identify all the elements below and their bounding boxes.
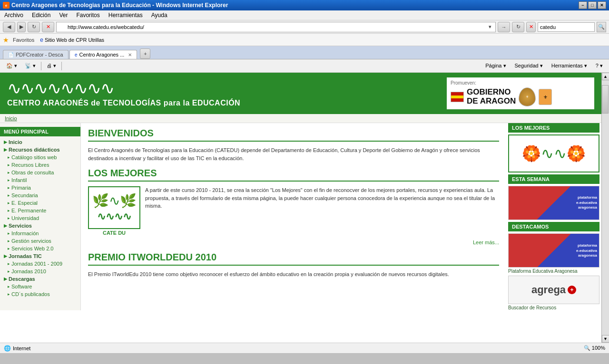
fav-link-cpr[interactable]: e Sitio Web de CPR Utrillas	[40, 37, 104, 43]
menu-herramientas[interactable]: Herramientas	[107, 11, 144, 19]
help-button[interactable]: ? ▾	[592, 61, 606, 70]
nav-recursos-libres[interactable]: ▸ Recursos Libres	[0, 161, 80, 169]
nav-descargas[interactable]: ▶ Descargas	[0, 275, 80, 283]
new-tab-button[interactable]: +	[140, 48, 150, 59]
print-button[interactable]: 🖨 ▾	[43, 61, 59, 70]
nav-e-especial[interactable]: ▸ E. Especial	[0, 199, 80, 207]
nav-gestion[interactable]: ▸ Gestión servicios	[0, 237, 80, 245]
addr-dropdown[interactable]: ▾	[486, 22, 494, 32]
refresh-button[interactable]: ↻	[28, 22, 40, 32]
los-mejores-title: LOS MEJORES	[88, 168, 499, 182]
los-mejores-text: A partir de este curso 2010 - 2011, se c…	[145, 186, 499, 232]
menu-ver[interactable]: Ver	[58, 11, 69, 19]
nav-informacion[interactable]: ▸ Información	[0, 230, 80, 237]
catedu-logo-image: 🌿∿🌿 ∿∿∿∿	[88, 186, 140, 229]
nav-secundaria[interactable]: ▸ Secundaria	[0, 192, 80, 199]
tab-pdfcreator[interactable]: 📄 PDFCreator - Descar...	[3, 50, 69, 59]
favorites-star-icon: ★	[3, 36, 9, 44]
stop-btn2[interactable]: ✕	[526, 22, 536, 32]
seal-icon: ⚜	[519, 87, 536, 106]
window-title: Centro Aragones de Tecnologias para la E…	[11, 2, 228, 9]
nav-jornadas[interactable]: ▶ Jornadas TIC	[0, 252, 80, 260]
search-input[interactable]	[538, 22, 595, 32]
menu-favoritos[interactable]: Favoritos	[75, 11, 101, 19]
scroll-track[interactable]	[602, 80, 609, 335]
address-bar: ◀ ▶ ↻ ✕ ▾ → ↻ ✕ 🔍	[0, 20, 609, 34]
scroll-thumb[interactable]	[602, 85, 609, 114]
zoom-level[interactable]: 🔍 100%	[584, 345, 605, 351]
los-mejores-header: LOS MEJORES	[508, 123, 599, 133]
address-input[interactable]	[66, 22, 486, 32]
nav-recursos[interactable]: ▶ Recursos didácticos	[0, 146, 80, 153]
menu-archivo[interactable]: Archivo	[3, 11, 25, 19]
status-text: Internet	[13, 345, 30, 351]
nav-servicios-web[interactable]: ▸ Servicios Web 2.0	[0, 245, 80, 252]
forward-button[interactable]: ▶	[17, 22, 26, 32]
nav-obras[interactable]: ▸ Obras de consulta	[0, 169, 80, 176]
nav-infantil[interactable]: ▸ Infantil	[0, 176, 80, 184]
nav-universidad[interactable]: ▸ Universidad	[0, 214, 80, 222]
buscador-link[interactable]: Buscador de Recursos	[508, 305, 599, 310]
tab-close-button[interactable]: ✕	[128, 52, 132, 57]
go-button[interactable]: →	[498, 22, 510, 32]
premio-title: PREMIO ITWORLDEDU 2010	[88, 252, 499, 266]
leer-mas-link[interactable]: Leer más...	[88, 239, 499, 245]
maximize-button[interactable]: □	[588, 1, 597, 9]
menu-bar: Archivo Edición Ver Favoritos Herramient…	[0, 10, 609, 20]
plataforma-label-img2: plataformae-educativaaragonesa	[576, 243, 597, 258]
home-button[interactable]: 🏠 ▾	[3, 61, 20, 70]
tab-pdf-label: PDFCreator - Descar...	[16, 52, 63, 57]
catedu-text-label: CATE DU	[103, 230, 126, 236]
tab-catedu-label: Centro Aragones ...	[79, 52, 125, 57]
herramientas-button[interactable]: Herramientas ▾	[548, 61, 590, 70]
right-sidebar: LOS MEJORES 🏵️∿∿🏵️ ESTA SEMANA plataform…	[506, 123, 601, 310]
fav-link-label: Sitio Web de CPR Utrillas	[45, 37, 104, 43]
nav-jornadas-2010[interactable]: ▸ Jornadas 2010	[0, 268, 80, 275]
back-button[interactable]: ◀	[3, 22, 15, 32]
site-header: ∿∿∿∿∿∿∿∿ CENTRO ARAGONÉS de TECNOLOGÍAS …	[0, 73, 601, 114]
premio-text: El Premio ITworldEdu 2010 tiene como obj…	[88, 270, 499, 278]
menu-principal-header: MENÚ PRINCIPAL	[0, 127, 80, 136]
separator	[41, 62, 41, 70]
minimize-button[interactable]: −	[579, 1, 587, 9]
nav-catalogo[interactable]: ▸ Catálogo sitios web	[0, 153, 80, 161]
menu-edicion[interactable]: Edición	[30, 11, 52, 19]
page-content: ∿∿∿∿∿∿∿∿ CENTRO ARAGONÉS de TECNOLOGÍAS …	[0, 73, 601, 343]
refresh-btn2[interactable]: ↻	[512, 22, 524, 32]
toolbar-row: 🏠 ▾ 📡 ▾ 🖨 ▾ Página ▾ Seguridad ▾ Herrami…	[0, 59, 609, 73]
stop-button[interactable]: ✕	[42, 22, 54, 32]
nav-servicios[interactable]: ▶ Servicios	[0, 222, 80, 230]
scroll-up-button[interactable]: ▲	[602, 73, 609, 80]
plataforma-educativa-link[interactable]: Plataforma Educativa Aragonesa	[508, 268, 599, 274]
destacamos-image: plataformae-educativaaragonesa	[508, 233, 599, 268]
breadcrumb-inicio[interactable]: Inicio	[5, 115, 17, 121]
wreath-icon: 🏵️∿∿🏵️	[522, 144, 586, 163]
window-controls: − □ ✕	[579, 1, 606, 9]
esta-semana-image: plataformae-educativaaragonesa	[508, 186, 599, 220]
breadcrumb: Inicio	[0, 114, 601, 123]
nav-cds[interactable]: ▸ CD´s publicados	[0, 290, 80, 298]
los-mejores-image: 🏵️∿∿🏵️	[508, 134, 599, 172]
internet-globe-icon: 🌐	[4, 345, 11, 352]
tab-catedu[interactable]: e Centro Aragones ... ✕	[69, 50, 137, 59]
seguridad-button[interactable]: Seguridad ▾	[511, 61, 546, 70]
nav-e-permanente[interactable]: ▸ E. Permanente	[0, 207, 80, 214]
feeds-button[interactable]: 📡 ▾	[21, 61, 39, 70]
site-title: CENTRO ARAGONÉS de TECNOLOGÍAS para la E…	[7, 99, 240, 107]
escudo-icon: ⚜	[539, 89, 552, 105]
nav-jornadas-2001[interactable]: ▸ Jornadas 2001 - 2009	[0, 260, 80, 268]
nav-inicio[interactable]: ▶ Inicio	[0, 138, 80, 146]
tab-pdf-icon: 📄	[8, 52, 14, 57]
plataforma-label-img: plataformae-educativaaragonesa	[576, 195, 597, 210]
scroll-down-button[interactable]: ▼	[602, 335, 609, 343]
tab-bar: 📄 PDFCreator - Descar... e Centro Aragon…	[0, 46, 609, 59]
search-button[interactable]: 🔍	[597, 22, 606, 32]
status-bar: 🌐 Internet 🔍 100%	[0, 343, 609, 353]
agrega-image: agrega +	[508, 276, 599, 304]
nav-software[interactable]: ▸ Software	[0, 283, 80, 290]
vertical-scrollbar[interactable]: ▲ ▼	[601, 73, 609, 343]
menu-ayuda[interactable]: Ayuda	[150, 11, 169, 19]
pagina-button[interactable]: Página ▾	[482, 61, 509, 70]
nav-primaria[interactable]: ▸ Primaria	[0, 184, 80, 192]
close-button[interactable]: ✕	[598, 1, 606, 9]
